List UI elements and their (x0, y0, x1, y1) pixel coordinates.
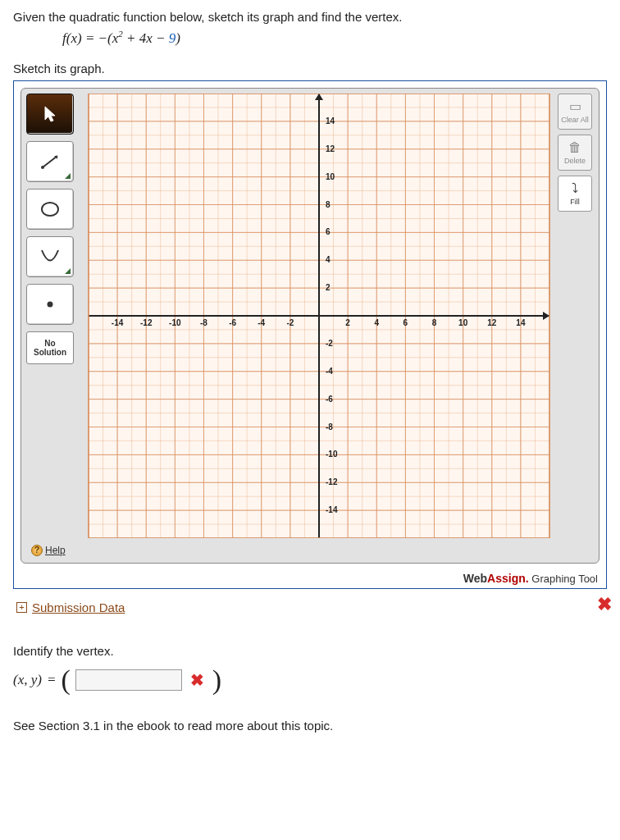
help-link[interactable]: Help (45, 545, 66, 556)
grid-area[interactable]: -14-12-10-8-6-4-22468101214-14-12-10-8-6… (85, 94, 553, 538)
svg-point-4 (48, 301, 53, 307)
close-paren: ) (212, 664, 221, 696)
eq-pre: = −( (82, 30, 112, 46)
svg-text:12: 12 (326, 144, 335, 153)
svg-text:8: 8 (432, 318, 437, 327)
delete-label: Delete (564, 157, 586, 165)
svg-text:4: 4 (326, 255, 331, 264)
eq-post: ) (176, 30, 180, 46)
svg-text:-8: -8 (326, 422, 333, 431)
point-icon (42, 296, 58, 313)
brand-assign: Assign. (487, 572, 529, 585)
svg-text:-14: -14 (326, 505, 338, 514)
equation: f(x) = −(x2 + 4x − 9) (62, 29, 607, 47)
branding: WebAssign. Graphing Tool (463, 572, 598, 585)
clear-all-label: Clear All (561, 116, 589, 124)
circle-tool[interactable] (26, 189, 74, 230)
clear-all-button[interactable]: ▭ Clear All (558, 94, 592, 130)
pointer-tool[interactable] (26, 94, 74, 135)
svg-text:-14: -14 (112, 318, 124, 327)
svg-text:-12: -12 (326, 477, 338, 486)
svg-line-0 (43, 156, 57, 167)
svg-text:10: 10 (458, 318, 468, 327)
vertex-heading: Identify the vertex. (13, 644, 607, 658)
fill-button[interactable]: ⤵ Fill (558, 176, 592, 212)
brand-tool: Graphing Tool (529, 573, 598, 585)
help-icon: ? (31, 545, 43, 556)
no-solution-button[interactable]: No Solution (26, 331, 74, 364)
plus-icon: + (16, 602, 27, 613)
brand-web: Web (463, 572, 487, 585)
vertex-section: Identify the vertex. (x, y) = ( ✖ ) (13, 644, 607, 696)
toolbar-right: ▭ Clear All 🗑 Delete ⤵ Fill (558, 94, 594, 212)
fill-icon: ⤵ (572, 181, 578, 196)
vertex-sep: , (24, 672, 31, 687)
svg-text:4: 4 (374, 318, 379, 327)
point-tool[interactable] (26, 284, 74, 325)
svg-text:-10: -10 (326, 450, 338, 459)
graph-inner: No Solution ▭ Clear All 🗑 Delete ⤵ Fill … (21, 88, 599, 564)
fill-label: Fill (570, 198, 580, 206)
graph-panel: No Solution ▭ Clear All 🗑 Delete ⤵ Fill … (13, 80, 607, 589)
sketch-label: Sketch its graph. (13, 62, 607, 75)
svg-text:12: 12 (487, 318, 497, 327)
svg-text:-6: -6 (229, 318, 236, 327)
svg-text:2: 2 (345, 318, 350, 327)
clear-all-icon: ▭ (569, 98, 581, 114)
circle-icon (39, 199, 62, 219)
fn-name: f (62, 30, 66, 46)
svg-text:-2: -2 (326, 339, 333, 348)
svg-text:8: 8 (326, 199, 331, 208)
help-button[interactable]: ? Help (31, 545, 66, 556)
svg-text:6: 6 (403, 318, 408, 327)
vertex-equals: = (47, 672, 56, 688)
svg-point-2 (41, 166, 44, 169)
svg-text:-4: -4 (326, 366, 333, 375)
svg-text:10: 10 (326, 171, 335, 180)
eq-mid: + 4 (123, 30, 146, 46)
svg-text:14: 14 (326, 116, 335, 126)
svg-text:2: 2 (326, 283, 331, 292)
svg-text:-2: -2 (286, 318, 294, 327)
svg-text:6: 6 (326, 227, 331, 236)
pointer-icon (43, 105, 57, 123)
grid-svg: -14-12-10-8-6-4-22468101214-14-12-10-8-6… (85, 94, 553, 538)
trash-icon: 🗑 (568, 140, 581, 155)
line-tool[interactable] (26, 141, 74, 182)
svg-text:-10: -10 (169, 318, 181, 327)
vertex-input[interactable] (75, 669, 182, 691)
eq-t2: x (146, 30, 153, 46)
incorrect-x-icon: ✖ (597, 594, 612, 615)
line-icon (38, 151, 62, 172)
svg-point-3 (42, 203, 58, 216)
see-section: See Section 3.1 in the ebook to read mor… (13, 719, 607, 733)
submission-data-toggle[interactable]: + Submission Data (16, 600, 125, 614)
delete-button[interactable]: 🗑 Delete (558, 135, 592, 171)
svg-text:14: 14 (516, 318, 526, 327)
parabola-icon (38, 246, 62, 267)
vertex-input-row: (x, y) = ( ✖ ) (13, 664, 607, 696)
eq-mid2: − (153, 30, 169, 46)
svg-text:-6: -6 (326, 394, 333, 403)
svg-text:-12: -12 (140, 318, 153, 327)
toolbar-left: No Solution (26, 94, 79, 364)
vertex-lhs: (x, y) (13, 672, 42, 688)
vertex-y-var: y (31, 672, 38, 687)
question-text: Given the quadratic function below, sket… (13, 10, 607, 24)
incorrect-inline-icon: ✖ (190, 670, 204, 690)
fn-arg: x (71, 30, 77, 46)
svg-text:-8: -8 (200, 318, 207, 327)
svg-text:-4: -4 (258, 318, 265, 327)
parabola-tool[interactable] (26, 236, 74, 277)
open-paren: ( (61, 664, 70, 696)
submission-data-link[interactable]: Submission Data (32, 600, 125, 614)
